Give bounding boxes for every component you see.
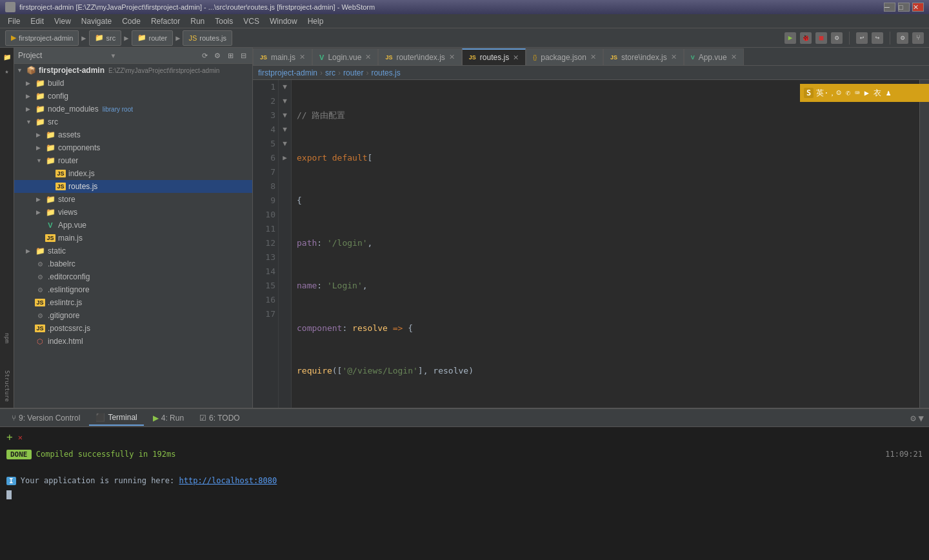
close-terminal-icon[interactable]: ✕ [18,431,23,444]
toolbar-src[interactable]: 📁 src [89,30,122,46]
breadcrumb-routes[interactable]: routes.js [371,68,400,77]
debug-icon[interactable]: 🐞 [800,32,812,44]
right-gutter [919,80,929,408]
tab-close-routes-js[interactable]: ✕ [513,54,519,62]
tab-router-index[interactable]: JS router\index.js ✕ [378,48,461,65]
menu-vcs[interactable]: VCS [238,15,265,27]
toolbar: ▶ firstproject-admin ▶ 📁 src ▶ 📁 router … [0,28,929,48]
app-running-text: Your application is running here: [21,476,179,485]
tab-main-js[interactable]: JS main.js ✕ [253,48,312,65]
tree-item-src[interactable]: ▼ 📁 src [14,115,252,128]
menu-run[interactable]: Run [185,15,210,27]
redo-icon[interactable]: ↪ [872,32,883,44]
breadcrumb: firstproject-admin › src › router › rout… [253,66,929,80]
sidebar-expand-icon[interactable]: ⊞ [225,50,235,61]
tree-item-components[interactable]: ▶ 📁 components [14,141,252,154]
tab-app-vue[interactable]: V App.vue ✕ [684,48,744,65]
project-tree-button[interactable]: 📁 [1,50,14,63]
tab-login-vue[interactable]: V Login.vue ✕ [312,48,378,65]
tab-routes-js[interactable]: JS routes.js ✕ [462,48,526,65]
tree-item-build[interactable]: ▶ 📁 build [14,77,252,90]
minimize-button[interactable]: ─ [884,3,895,12]
tab-version-control[interactable]: ⑂ 9: Version Control [5,410,86,426]
vcs-icon[interactable]: ⑂ [912,32,924,44]
undo-icon[interactable]: ↩ [856,32,868,44]
tree-item-babelrc[interactable]: ⚙ .babelrc [14,257,252,270]
tree-item-router-index[interactable]: JS index.js [14,167,252,180]
menu-code[interactable]: Code [117,15,146,27]
terminal-line-add[interactable]: + ✕ [6,431,923,444]
menu-help[interactable]: Help [303,15,329,27]
tree-item-app-vue[interactable]: V App.vue [14,219,252,232]
add-terminal-icon[interactable]: + [6,431,13,444]
terminal-content[interactable]: + ✕ DONE Compiled successfully in 192ms … [0,427,929,560]
sidebar: Project ▼ ⟳ ⚙ ⊞ ⊟ ▼ 📦 firstproject-admin… [14,48,253,408]
toolbar-routes[interactable]: JS routes.js [183,30,232,46]
build-icon[interactable]: ⚙ [831,32,843,44]
menu-refactor[interactable]: Refactor [146,15,185,27]
breadcrumb-router[interactable]: router [343,68,363,77]
menu-navigate[interactable]: Navigate [76,15,117,27]
maximize-button[interactable]: □ [898,3,910,12]
toolbar-project[interactable]: ▶ firstproject-admin [5,30,79,46]
sidebar-collapse-icon[interactable]: ⊟ [238,50,248,61]
npm-button[interactable]: npm [1,325,14,351]
tab-close-main-js[interactable]: ✕ [299,53,305,61]
tree-item-views[interactable]: ▶ 📁 views [14,206,252,219]
terminal-cursor-line[interactable] [6,488,923,501]
tree-item-postcssrc[interactable]: JS .postcssrc.js [14,322,252,335]
tab-store-index[interactable]: JS store\index.js ✕ [603,48,684,65]
terminal-hide-icon[interactable]: ▼ [919,413,924,423]
tab-close-login-vue[interactable]: ✕ [365,53,371,61]
structure-button[interactable]: Structure [1,366,14,405]
settings-icon[interactable]: ⚙ [897,32,908,44]
tree-item-router[interactable]: ▼ 📁 router [14,154,252,167]
tree-item-assets[interactable]: ▶ 📁 assets [14,128,252,141]
tab-todo[interactable]: ☑ 6: TODO [193,410,246,426]
terminal-settings-icon[interactable]: ⚙ [910,413,915,423]
bottom-panel: ⑂ 9: Version Control ⬛ Terminal ▶ 4: Run… [0,408,929,560]
ime-content: 英·，☺ ✆ ⌨ ▶ 衣 ♟ [816,88,890,99]
editor-content[interactable]: 12345 678910 1112131415 1617 ▼ ▼ ▼ ▼ ▼ [253,80,929,408]
menu-view[interactable]: View [49,15,76,27]
tree-item-main-js[interactable]: JS main.js [14,232,252,245]
code-area[interactable]: // 路由配置 export default[ { path: '/login'… [292,80,919,408]
stop-icon[interactable]: ■ [815,32,827,44]
tab-close-app-vue[interactable]: ✕ [731,53,737,61]
tree-item-root[interactable]: ▼ 📦 firstproject-admin E:\ZZ\myJavaProje… [14,64,252,77]
tree-item-store[interactable]: ▶ 📁 store [14,193,252,206]
tab-close-package-json[interactable]: ✕ [590,53,596,61]
tree-item-gitignore[interactable]: ⚙ .gitignore [14,309,252,322]
breadcrumb-project[interactable]: firstproject-admin [258,68,317,77]
menu-window[interactable]: Window [265,15,303,27]
tree-item-static[interactable]: ▶ 📁 static [14,245,252,257]
menu-tools[interactable]: Tools [210,15,238,27]
toolbar-router[interactable]: 📁 router [132,30,174,46]
breadcrumb-src[interactable]: src [325,68,335,77]
tree-item-routes[interactable]: JS routes.js [14,180,252,193]
main-layout: 📁 ★ npm Structure Project ▼ ⟳ ⚙ ⊞ ⊟ ▼ 📦 … [0,48,929,408]
tree-item-index-html[interactable]: ⬡ index.html [14,335,252,348]
tree-item-editorconfig[interactable]: ⚙ .editorconfig [14,270,252,283]
tab-terminal[interactable]: ⬛ Terminal [89,410,143,426]
app-url-link[interactable]: http://localhost:8080 [179,476,277,485]
terminal-blank-line [6,461,923,474]
window-controls: ─ □ ✕ [884,3,924,12]
menu-edit[interactable]: Edit [25,15,49,27]
compile-time: 11:09:21 [885,448,923,461]
tree-item-eslintignore[interactable]: ⚙ .eslintignore [14,283,252,296]
sidebar-actions: ⟳ ⚙ ⊞ ⊟ [199,50,248,61]
tree-item-config[interactable]: ▶ 📁 config [14,90,252,103]
close-button[interactable]: ✕ [912,3,924,12]
tab-close-router-index[interactable]: ✕ [449,53,455,61]
run-icon[interactable]: ▶ [784,32,796,44]
tab-close-store-index[interactable]: ✕ [671,53,677,61]
tab-run[interactable]: ▶ 4: Run [146,410,190,426]
sidebar-gear-icon[interactable]: ⚙ [212,50,223,61]
tree-item-node-modules[interactable]: ▶ 📁 node_modules library root [14,103,252,115]
tab-package-json[interactable]: {} package.json ✕ [526,48,603,65]
favorites-button[interactable]: ★ [1,65,14,77]
tree-item-eslintrc[interactable]: JS .eslintrc.js [14,296,252,309]
menu-file[interactable]: File [3,15,25,27]
sidebar-sync-icon[interactable]: ⟳ [199,50,210,61]
